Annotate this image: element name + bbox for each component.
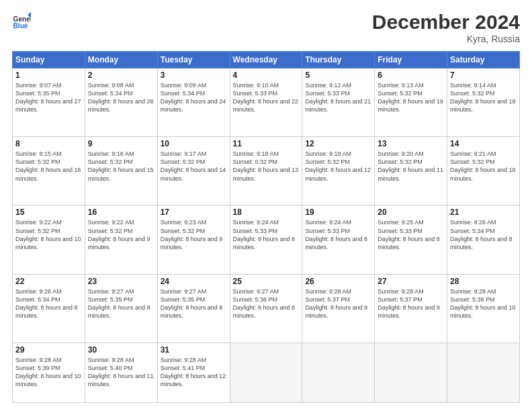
day-number: 2 bbox=[88, 71, 154, 80]
day-info: Sunrise: 9:28 AMSunset: 5:41 PMDaylight:… bbox=[161, 356, 227, 389]
day-info: Sunrise: 9:28 AMSunset: 5:40 PMDaylight:… bbox=[88, 356, 154, 389]
day-number: 24 bbox=[161, 277, 227, 286]
calendar-cell: 7Sunrise: 9:14 AMSunset: 5:32 PMDaylight… bbox=[447, 68, 520, 137]
day-info: Sunrise: 9:22 AMSunset: 5:32 PMDaylight:… bbox=[15, 218, 82, 251]
calendar-cell: 19Sunrise: 9:24 AMSunset: 5:33 PMDayligh… bbox=[302, 205, 375, 274]
day-number: 16 bbox=[88, 208, 154, 217]
day-info: Sunrise: 9:15 AMSunset: 5:32 PMDaylight:… bbox=[15, 150, 82, 183]
day-number: 15 bbox=[15, 208, 82, 217]
day-info: Sunrise: 9:25 AMSunset: 5:33 PMDaylight:… bbox=[378, 218, 444, 251]
day-info: Sunrise: 9:21 AMSunset: 5:32 PMDaylight:… bbox=[450, 150, 517, 183]
calendar-cell: 10Sunrise: 9:17 AMSunset: 5:32 PMDayligh… bbox=[157, 137, 230, 205]
calendar-cell: 8Sunrise: 9:15 AMSunset: 5:32 PMDaylight… bbox=[13, 137, 85, 205]
day-number: 29 bbox=[15, 345, 82, 355]
calendar-cell: 9Sunrise: 9:16 AMSunset: 5:32 PMDaylight… bbox=[85, 137, 157, 205]
day-info: Sunrise: 9:12 AMSunset: 5:33 PMDaylight:… bbox=[305, 81, 371, 114]
day-info: Sunrise: 9:26 AMSunset: 5:34 PMDaylight:… bbox=[450, 218, 517, 251]
day-number: 21 bbox=[450, 208, 517, 217]
col-header-thursday: Thursday bbox=[302, 52, 375, 68]
day-info: Sunrise: 9:08 AMSunset: 5:34 PMDaylight:… bbox=[88, 81, 154, 114]
day-info: Sunrise: 9:18 AMSunset: 5:32 PMDaylight:… bbox=[233, 150, 300, 183]
calendar-cell: 25Sunrise: 9:27 AMSunset: 5:36 PMDayligh… bbox=[230, 274, 302, 342]
calendar-cell: 28Sunrise: 9:28 AMSunset: 5:38 PMDayligh… bbox=[447, 274, 520, 342]
calendar-cell: 29Sunrise: 9:28 AMSunset: 5:39 PMDayligh… bbox=[13, 342, 85, 402]
calendar-cell: 6Sunrise: 9:13 AMSunset: 5:32 PMDaylight… bbox=[375, 68, 447, 137]
calendar-cell bbox=[447, 342, 520, 402]
day-number: 25 bbox=[233, 277, 300, 286]
day-number: 14 bbox=[450, 139, 517, 148]
day-info: Sunrise: 9:17 AMSunset: 5:32 PMDaylight:… bbox=[161, 150, 227, 183]
calendar-cell: 24Sunrise: 9:27 AMSunset: 5:35 PMDayligh… bbox=[157, 274, 230, 342]
calendar-cell: 1Sunrise: 9:07 AMSunset: 5:35 PMDaylight… bbox=[13, 68, 85, 137]
day-number: 17 bbox=[161, 208, 227, 217]
calendar-cell: 30Sunrise: 9:28 AMSunset: 5:40 PMDayligh… bbox=[85, 342, 157, 402]
col-header-friday: Friday bbox=[375, 52, 447, 68]
day-info: Sunrise: 9:24 AMSunset: 5:33 PMDaylight:… bbox=[233, 218, 300, 251]
col-header-sunday: Sunday bbox=[13, 52, 85, 68]
calendar-cell: 18Sunrise: 9:24 AMSunset: 5:33 PMDayligh… bbox=[230, 205, 302, 274]
day-info: Sunrise: 9:16 AMSunset: 5:32 PMDaylight:… bbox=[88, 150, 154, 183]
calendar-cell bbox=[375, 342, 447, 402]
day-number: 23 bbox=[88, 277, 154, 286]
day-number: 7 bbox=[450, 71, 517, 80]
day-info: Sunrise: 9:07 AMSunset: 5:35 PMDaylight:… bbox=[15, 81, 82, 114]
calendar-cell: 17Sunrise: 9:23 AMSunset: 5:32 PMDayligh… bbox=[157, 205, 230, 274]
logo-icon: General Blue bbox=[12, 11, 31, 30]
day-number: 30 bbox=[88, 345, 154, 355]
location: Kyra, Russia bbox=[372, 34, 520, 44]
svg-text:Blue: Blue bbox=[13, 22, 28, 30]
day-info: Sunrise: 9:13 AMSunset: 5:32 PMDaylight:… bbox=[378, 81, 444, 114]
calendar-cell: 5Sunrise: 9:12 AMSunset: 5:33 PMDaylight… bbox=[302, 68, 375, 137]
calendar-cell: 23Sunrise: 9:27 AMSunset: 5:35 PMDayligh… bbox=[85, 274, 157, 342]
calendar-cell: 21Sunrise: 9:26 AMSunset: 5:34 PMDayligh… bbox=[447, 205, 520, 274]
calendar-cell: 13Sunrise: 9:20 AMSunset: 5:32 PMDayligh… bbox=[375, 137, 447, 205]
day-number: 1 bbox=[15, 71, 82, 80]
calendar-cell: 12Sunrise: 9:19 AMSunset: 5:32 PMDayligh… bbox=[302, 137, 375, 205]
day-number: 6 bbox=[378, 71, 444, 80]
day-number: 19 bbox=[305, 208, 371, 217]
day-info: Sunrise: 9:22 AMSunset: 5:32 PMDaylight:… bbox=[88, 218, 154, 251]
page: General Blue December 2024 Kyra, Russia … bbox=[0, 0, 532, 411]
calendar-cell: 26Sunrise: 9:28 AMSunset: 5:37 PMDayligh… bbox=[302, 274, 375, 342]
day-number: 4 bbox=[233, 71, 300, 80]
calendar-cell bbox=[230, 342, 302, 402]
calendar-cell: 2Sunrise: 9:08 AMSunset: 5:34 PMDaylight… bbox=[85, 68, 157, 137]
day-number: 22 bbox=[15, 277, 82, 286]
day-info: Sunrise: 9:10 AMSunset: 5:33 PMDaylight:… bbox=[233, 81, 300, 114]
day-info: Sunrise: 9:27 AMSunset: 5:35 PMDaylight:… bbox=[161, 287, 227, 320]
day-info: Sunrise: 9:19 AMSunset: 5:32 PMDaylight:… bbox=[305, 150, 371, 183]
col-header-saturday: Saturday bbox=[447, 52, 520, 68]
day-info: Sunrise: 9:28 AMSunset: 5:39 PMDaylight:… bbox=[15, 356, 82, 389]
day-info: Sunrise: 9:23 AMSunset: 5:32 PMDaylight:… bbox=[161, 218, 227, 251]
calendar-cell: 22Sunrise: 9:26 AMSunset: 5:34 PMDayligh… bbox=[13, 274, 85, 342]
day-number: 11 bbox=[233, 139, 300, 148]
day-info: Sunrise: 9:28 AMSunset: 5:37 PMDaylight:… bbox=[305, 287, 371, 320]
calendar-cell: 31Sunrise: 9:28 AMSunset: 5:41 PMDayligh… bbox=[157, 342, 230, 402]
day-number: 26 bbox=[305, 277, 371, 286]
day-info: Sunrise: 9:14 AMSunset: 5:32 PMDaylight:… bbox=[450, 81, 517, 114]
day-info: Sunrise: 9:28 AMSunset: 5:38 PMDaylight:… bbox=[450, 287, 517, 320]
day-number: 9 bbox=[88, 139, 154, 148]
calendar-cell bbox=[302, 342, 375, 402]
day-number: 3 bbox=[161, 71, 227, 80]
day-info: Sunrise: 9:27 AMSunset: 5:36 PMDaylight:… bbox=[233, 287, 300, 320]
calendar-cell: 3Sunrise: 9:09 AMSunset: 5:34 PMDaylight… bbox=[157, 68, 230, 137]
calendar-table: SundayMondayTuesdayWednesdayThursdayFrid… bbox=[12, 51, 520, 403]
logo: General Blue bbox=[12, 11, 31, 30]
col-header-wednesday: Wednesday bbox=[230, 52, 302, 68]
calendar-cell: 20Sunrise: 9:25 AMSunset: 5:33 PMDayligh… bbox=[375, 205, 447, 274]
day-number: 5 bbox=[305, 71, 371, 80]
day-number: 20 bbox=[378, 208, 444, 217]
calendar-cell: 4Sunrise: 9:10 AMSunset: 5:33 PMDaylight… bbox=[230, 68, 302, 137]
day-info: Sunrise: 9:28 AMSunset: 5:37 PMDaylight:… bbox=[378, 287, 444, 320]
day-number: 8 bbox=[15, 139, 82, 148]
title-block: December 2024 Kyra, Russia bbox=[372, 11, 520, 44]
calendar-cell: 14Sunrise: 9:21 AMSunset: 5:32 PMDayligh… bbox=[447, 137, 520, 205]
day-number: 10 bbox=[161, 139, 227, 148]
calendar-cell: 11Sunrise: 9:18 AMSunset: 5:32 PMDayligh… bbox=[230, 137, 302, 205]
day-info: Sunrise: 9:09 AMSunset: 5:34 PMDaylight:… bbox=[161, 81, 227, 114]
calendar-cell: 27Sunrise: 9:28 AMSunset: 5:37 PMDayligh… bbox=[375, 274, 447, 342]
day-info: Sunrise: 9:20 AMSunset: 5:32 PMDaylight:… bbox=[378, 150, 444, 183]
day-number: 12 bbox=[305, 139, 371, 148]
day-number: 18 bbox=[233, 208, 300, 217]
